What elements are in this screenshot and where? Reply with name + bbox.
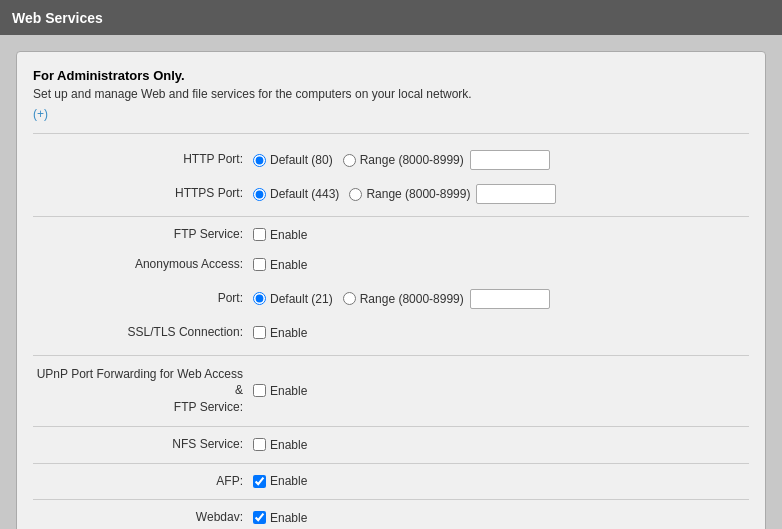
https-default-radio[interactable] xyxy=(253,188,266,201)
ssl-tls-checkbox[interactable] xyxy=(253,326,266,339)
main-content: For Administrators Only. Set up and mana… xyxy=(0,35,782,529)
http-range-radio-label[interactable]: Range (8000-8999) xyxy=(343,153,464,167)
ftp-service-controls: Enable xyxy=(253,228,749,242)
anonymous-access-label: Anonymous Access: xyxy=(33,257,253,273)
nfs-service-controls: Enable xyxy=(253,438,749,452)
https-port-row: HTTPS Port: Default (443) Range (8000-89… xyxy=(33,182,749,206)
upnp-label: UPnP Port Forwarding for Web Access &FTP… xyxy=(33,366,253,416)
anonymous-access-enable-label: Enable xyxy=(270,258,307,272)
https-range-group: Range (8000-8999) xyxy=(349,184,556,204)
upnp-controls: Enable xyxy=(253,384,749,398)
ssl-tls-enable-label: Enable xyxy=(270,326,307,340)
anonymous-access-checkbox-label[interactable]: Enable xyxy=(253,258,307,272)
nfs-service-row: NFS Service: Enable xyxy=(33,426,749,453)
upnp-enable-label: Enable xyxy=(270,384,307,398)
ssl-tls-label: SSL/TLS Connection: xyxy=(33,325,253,341)
webdav-label: Webdav: xyxy=(33,510,253,526)
webdav-row: Webdav: Enable xyxy=(33,499,749,526)
http-default-radio[interactable] xyxy=(253,154,266,167)
https-range-input[interactable] xyxy=(476,184,556,204)
http-port-row: HTTP Port: Default (80) Range (8000-8999… xyxy=(33,148,749,172)
ftp-range-radio[interactable] xyxy=(343,292,356,305)
ftp-port-label: Port: xyxy=(33,291,253,307)
ftp-service-checkbox-label[interactable]: Enable xyxy=(253,228,307,242)
ssl-tls-checkbox-label[interactable]: Enable xyxy=(253,326,307,340)
nfs-service-checkbox[interactable] xyxy=(253,438,266,451)
afp-controls: Enable xyxy=(253,474,749,488)
http-port-label: HTTP Port: xyxy=(33,152,253,168)
afp-enable-label: Enable xyxy=(270,474,307,488)
ftp-service-enable-label: Enable xyxy=(270,228,307,242)
ftp-range-input[interactable] xyxy=(470,289,550,309)
http-default-radio-label[interactable]: Default (80) xyxy=(253,153,333,167)
https-port-controls: Default (443) Range (8000-8999) xyxy=(253,184,749,204)
https-port-label: HTTPS Port: xyxy=(33,186,253,202)
expand-link[interactable]: (+) xyxy=(33,107,48,121)
webdav-checkbox-label[interactable]: Enable xyxy=(253,511,307,525)
ftp-range-group: Range (8000-8999) xyxy=(343,289,550,309)
afp-checkbox[interactable] xyxy=(253,475,266,488)
ssl-tls-row: SSL/TLS Connection: Enable xyxy=(33,321,749,345)
http-range-label: Range (8000-8999) xyxy=(360,153,464,167)
admin-notice-title: For Administrators Only. xyxy=(33,68,749,83)
ftp-default-radio[interactable] xyxy=(253,292,266,305)
upnp-row: UPnP Port Forwarding for Web Access &FTP… xyxy=(33,355,749,416)
http-range-input[interactable] xyxy=(470,150,550,170)
settings-panel: For Administrators Only. Set up and mana… xyxy=(16,51,766,529)
anonymous-access-controls: Enable xyxy=(253,258,749,272)
ftp-default-radio-label[interactable]: Default (21) xyxy=(253,292,333,306)
https-range-label: Range (8000-8999) xyxy=(366,187,470,201)
ftp-range-radio-label[interactable]: Range (8000-8999) xyxy=(343,292,464,306)
page-title: Web Services xyxy=(12,10,103,26)
webdav-controls: Enable xyxy=(253,511,749,525)
https-default-label: Default (443) xyxy=(270,187,339,201)
http-range-group: Range (8000-8999) xyxy=(343,150,550,170)
anonymous-access-checkbox[interactable] xyxy=(253,258,266,271)
anonymous-access-row: Anonymous Access: Enable xyxy=(33,253,749,277)
webdav-checkbox[interactable] xyxy=(253,511,266,524)
webdav-enable-label: Enable xyxy=(270,511,307,525)
https-default-radio-label[interactable]: Default (443) xyxy=(253,187,339,201)
afp-row: AFP: Enable xyxy=(33,463,749,490)
upnp-checkbox-label[interactable]: Enable xyxy=(253,384,307,398)
nfs-service-label: NFS Service: xyxy=(33,437,253,453)
ftp-range-label: Range (8000-8999) xyxy=(360,292,464,306)
admin-notice-body: Set up and manage Web and file services … xyxy=(33,87,749,101)
http-default-label: Default (80) xyxy=(270,153,333,167)
https-range-radio[interactable] xyxy=(349,188,362,201)
ftp-port-controls: Default (21) Range (8000-8999) xyxy=(253,289,749,309)
http-range-radio[interactable] xyxy=(343,154,356,167)
ftp-service-checkbox[interactable] xyxy=(253,228,266,241)
ftp-default-label: Default (21) xyxy=(270,292,333,306)
ftp-port-row: Port: Default (21) Range (8000-8999) xyxy=(33,287,749,311)
ssl-tls-controls: Enable xyxy=(253,326,749,340)
afp-label: AFP: xyxy=(33,474,253,490)
ftp-service-row: FTP Service: Enable xyxy=(33,216,749,243)
nfs-service-checkbox-label[interactable]: Enable xyxy=(253,438,307,452)
upnp-checkbox[interactable] xyxy=(253,384,266,397)
afp-checkbox-label[interactable]: Enable xyxy=(253,474,307,488)
ftp-service-label: FTP Service: xyxy=(33,227,253,243)
https-range-radio-label[interactable]: Range (8000-8999) xyxy=(349,187,470,201)
nfs-service-enable-label: Enable xyxy=(270,438,307,452)
http-port-controls: Default (80) Range (8000-8999) xyxy=(253,150,749,170)
page-header: Web Services xyxy=(0,0,782,35)
admin-notice: For Administrators Only. Set up and mana… xyxy=(33,68,749,134)
form-section: HTTP Port: Default (80) Range (8000-8999… xyxy=(33,148,749,529)
